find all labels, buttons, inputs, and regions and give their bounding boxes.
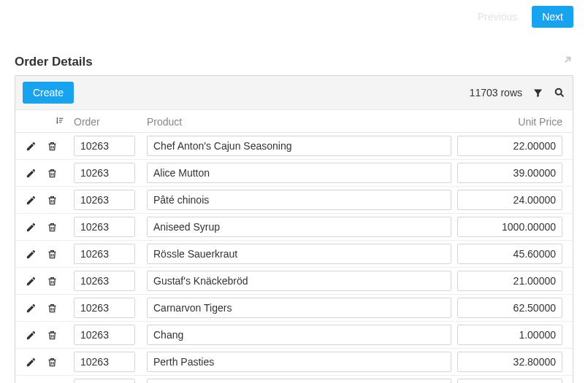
table-row: 10263Aniseed Syrup1000.00000 bbox=[15, 214, 573, 241]
header-unit-price[interactable]: Unit Price bbox=[457, 116, 567, 128]
order-cell[interactable]: 10263 bbox=[74, 298, 135, 318]
toolbar: Create 11703 rows bbox=[15, 76, 573, 110]
previous-button: Previous bbox=[467, 6, 527, 28]
price-cell[interactable]: 24.00000 bbox=[457, 190, 562, 210]
delete-icon[interactable] bbox=[47, 195, 58, 206]
edit-icon[interactable] bbox=[26, 249, 37, 260]
order-cell[interactable]: 10263 bbox=[74, 190, 135, 210]
edit-icon[interactable] bbox=[26, 222, 37, 233]
order-cell[interactable]: 10263 bbox=[74, 244, 135, 264]
product-cell[interactable]: Alice Mutton bbox=[147, 163, 451, 183]
edit-icon[interactable] bbox=[26, 141, 37, 152]
table-header: Order Product Unit Price bbox=[15, 110, 573, 133]
delete-icon[interactable] bbox=[47, 276, 58, 287]
header-order[interactable]: Order bbox=[71, 116, 142, 128]
delete-icon[interactable] bbox=[47, 141, 58, 152]
product-cell[interactable]: Pâté chinois bbox=[147, 190, 451, 210]
price-cell[interactable]: 45.60000 bbox=[457, 244, 562, 264]
product-cell[interactable]: Chang bbox=[147, 325, 451, 345]
next-button[interactable]: Next bbox=[532, 6, 573, 28]
product-cell[interactable]: Gustaf's Knäckebröd bbox=[147, 271, 451, 291]
create-button[interactable]: Create bbox=[23, 82, 74, 104]
price-cell[interactable]: 21.00000 bbox=[457, 271, 562, 291]
toolbar-right: 11703 rows bbox=[470, 87, 565, 98]
price-cell[interactable]: 22.00000 bbox=[457, 136, 562, 156]
order-cell[interactable]: 10263 bbox=[74, 325, 135, 345]
order-cell[interactable]: 10263 bbox=[74, 217, 135, 237]
price-cell[interactable]: 1.00000 bbox=[457, 325, 562, 345]
product-cell[interactable]: Rössle Sauerkraut bbox=[147, 244, 451, 264]
price-cell[interactable]: 1.00000 bbox=[457, 379, 562, 383]
edit-icon[interactable] bbox=[26, 303, 37, 314]
delete-icon[interactable] bbox=[47, 357, 58, 368]
expand-icon[interactable] bbox=[562, 54, 573, 69]
table-row: 10263Pâté chinois24.00000 bbox=[15, 187, 573, 214]
rows-count-label: 11703 rows bbox=[470, 87, 522, 98]
filter-icon[interactable] bbox=[532, 88, 543, 98]
delete-icon[interactable] bbox=[47, 222, 58, 233]
edit-icon[interactable] bbox=[26, 276, 37, 287]
table-row: 10263Rössle Sauerkraut45.60000 bbox=[15, 241, 573, 268]
order-cell[interactable]: 10263 bbox=[74, 352, 135, 372]
product-cell[interactable]: Carnarvon Tigers bbox=[147, 298, 451, 318]
order-cell[interactable]: 10263 bbox=[74, 136, 135, 156]
header-actions bbox=[21, 116, 71, 128]
product-cell[interactable]: Aniseed Syrup bbox=[147, 217, 451, 237]
order-cell[interactable]: 10263 bbox=[74, 271, 135, 291]
product-cell[interactable]: Chef Anton's Cajun Seasoning bbox=[147, 136, 451, 156]
table-row: 10263Gustaf's Knäckebröd21.00000 bbox=[15, 268, 573, 295]
delete-icon[interactable] bbox=[47, 249, 58, 260]
price-cell[interactable]: 62.50000 bbox=[457, 298, 562, 318]
product-cell[interactable]: Perth Pasties bbox=[147, 352, 451, 372]
top-nav: Previous Next bbox=[0, 0, 588, 28]
product-cell[interactable]: Chai bbox=[147, 379, 451, 383]
edit-icon[interactable] bbox=[26, 357, 37, 368]
svg-point-0 bbox=[556, 89, 562, 95]
order-details-panel: Order Details Create 11703 rows bbox=[15, 54, 573, 383]
delete-icon[interactable] bbox=[47, 330, 58, 341]
table-row: 10263Carnarvon Tigers62.50000 bbox=[15, 295, 573, 322]
price-cell[interactable]: 32.80000 bbox=[457, 352, 562, 372]
delete-icon[interactable] bbox=[47, 168, 58, 179]
price-cell[interactable]: 39.00000 bbox=[457, 163, 562, 183]
edit-icon[interactable] bbox=[26, 330, 37, 341]
order-cell[interactable]: 10263 bbox=[74, 379, 135, 383]
header-product[interactable]: Product bbox=[142, 116, 457, 128]
delete-icon[interactable] bbox=[47, 303, 58, 314]
table-row: 10263Chai1.00000 bbox=[15, 376, 573, 383]
panel-header: Order Details bbox=[15, 54, 573, 75]
order-cell[interactable]: 10263 bbox=[74, 163, 135, 183]
edit-icon[interactable] bbox=[26, 168, 37, 179]
panel-body: Create 11703 rows Order Product Unit Pri… bbox=[15, 75, 573, 383]
price-cell[interactable]: 1000.00000 bbox=[457, 217, 562, 237]
table-row: 10263Chang1.00000 bbox=[15, 322, 573, 349]
table-row: 10263Perth Pasties32.80000 bbox=[15, 349, 573, 376]
table-row: 10263Chef Anton's Cajun Seasoning22.0000… bbox=[15, 133, 573, 160]
sort-icon[interactable] bbox=[54, 116, 64, 128]
table-row: 10263Alice Mutton39.00000 bbox=[15, 160, 573, 187]
grid-scroll[interactable]: 10263Chef Anton's Cajun Seasoning22.0000… bbox=[15, 133, 573, 383]
edit-icon[interactable] bbox=[26, 195, 37, 206]
search-icon[interactable] bbox=[554, 87, 565, 98]
panel-title: Order Details bbox=[15, 55, 93, 69]
